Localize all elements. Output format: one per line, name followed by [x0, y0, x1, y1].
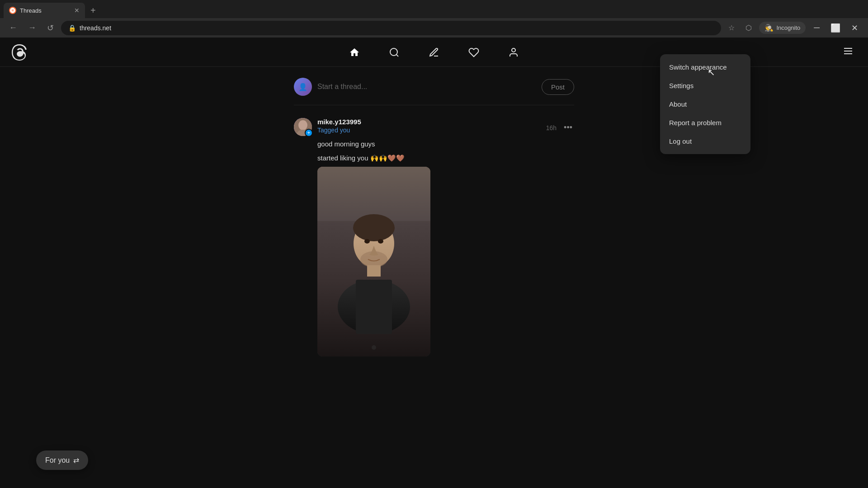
svg-point-14: [378, 239, 383, 244]
post-avatar: +: [294, 118, 312, 136]
browser-tab-active[interactable]: Threads ✕: [4, 3, 85, 18]
for-you-icon: ⇄: [73, 456, 79, 465]
nav-right: [839, 42, 857, 63]
nav-icons: [345, 43, 523, 61]
post-avatar-col: +: [294, 118, 312, 357]
extension-btn[interactable]: ⬡: [742, 22, 755, 34]
switch-appearance-item[interactable]: Switch appearance: [660, 58, 750, 76]
svg-rect-17: [356, 280, 392, 334]
minimize-btn[interactable]: ─: [809, 21, 824, 35]
post-button[interactable]: Post: [542, 79, 574, 95]
incognito-icon: 🕵: [764, 23, 774, 32]
thread-input-row: 👤 Start a thread... Post: [294, 78, 574, 105]
compose-nav-btn[interactable]: [425, 43, 443, 61]
about-item[interactable]: About: [660, 95, 750, 113]
svg-point-0: [390, 48, 397, 56]
tagged-you-label: Tagged you: [317, 127, 361, 134]
report-problem-item[interactable]: Report a problem: [660, 113, 750, 132]
post-image: [317, 167, 430, 357]
menu-btn[interactable]: [839, 42, 857, 63]
post-text-line2: started liking you 🙌🙌🤎🤎: [317, 153, 574, 164]
svg-point-6: [298, 120, 307, 130]
svg-point-18: [372, 345, 376, 350]
tab-title: Threads: [20, 7, 71, 14]
svg-rect-9: [317, 167, 430, 221]
feed-container: 👤 Start a thread... Post: [294, 78, 574, 477]
post-username[interactable]: mike.y123995: [317, 118, 361, 126]
search-nav-btn[interactable]: [385, 43, 403, 61]
for-you-label: For you: [45, 456, 70, 465]
tab-bar: Threads ✕ +: [0, 0, 868, 18]
more-options-btn[interactable]: •••: [562, 123, 574, 132]
restore-btn[interactable]: ⬜: [826, 21, 845, 35]
dropdown-menu: Switch appearance Settings About Report …: [660, 54, 750, 154]
tab-close-btn[interactable]: ✕: [74, 7, 80, 14]
svg-point-1: [512, 48, 515, 52]
close-btn[interactable]: ✕: [847, 21, 863, 35]
window-controls: ─ ⬜ ✕: [809, 21, 863, 35]
svg-point-13: [364, 239, 370, 244]
incognito-label: Incognito: [776, 24, 800, 31]
toolbar-right: ☆ ⬡ 🕵 Incognito: [725, 22, 806, 34]
url-text: threads.net: [80, 24, 111, 32]
bookmark-btn[interactable]: ☆: [725, 22, 738, 34]
post-header: mike.y123995 Tagged you 16h •••: [317, 118, 574, 137]
forward-btn[interactable]: →: [24, 21, 40, 34]
post-text-line1: good morning guys: [317, 139, 574, 150]
refresh-btn[interactable]: ↺: [43, 21, 57, 35]
incognito-badge: 🕵 Incognito: [759, 22, 806, 34]
back-btn[interactable]: ←: [5, 21, 21, 34]
post-content: mike.y123995 Tagged you 16h ••• good mor…: [317, 118, 574, 357]
post: + mike.y123995 Tagged you 16h •••: [294, 114, 574, 357]
browser-toolbar: ← → ↺ 🔒 threads.net ☆ ⬡ 🕵 Incognito ─ ⬜ …: [0, 18, 868, 38]
svg-point-11: [353, 214, 395, 241]
profile-nav-btn[interactable]: [505, 43, 523, 61]
logout-item[interactable]: Log out: [660, 132, 750, 150]
post-time: 16h: [546, 124, 557, 131]
address-bar[interactable]: 🔒 threads.net: [61, 21, 721, 35]
browser-chrome: Threads ✕ + ← → ↺ 🔒 threads.net ☆ ⬡ 🕵 In…: [0, 0, 868, 38]
new-tab-btn[interactable]: +: [87, 5, 99, 16]
post-meta: 16h •••: [546, 123, 574, 132]
post-image-inner: [317, 167, 430, 357]
current-user-avatar: 👤: [294, 78, 312, 96]
settings-item[interactable]: Settings: [660, 76, 750, 95]
activity-nav-btn[interactable]: [465, 43, 483, 61]
threads-logo[interactable]: [11, 43, 29, 61]
avatar-image: 👤: [294, 78, 312, 96]
follow-plus-icon: +: [305, 129, 313, 137]
thread-input[interactable]: Start a thread...: [317, 83, 536, 91]
home-nav-btn[interactable]: [345, 43, 363, 61]
lock-icon: 🔒: [68, 24, 76, 32]
tab-favicon: [9, 7, 16, 14]
for-you-pill[interactable]: For you ⇄: [36, 450, 88, 470]
svg-rect-15: [367, 265, 381, 277]
